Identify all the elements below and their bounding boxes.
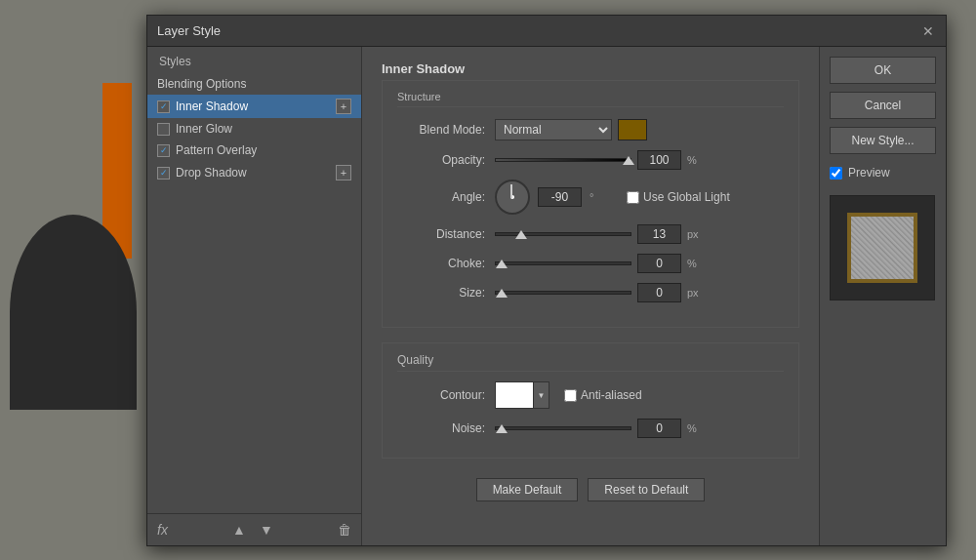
sidebar-item-inner-glow[interactable]: Inner Glow [147, 118, 361, 140]
inner-shadow-add-btn[interactable]: + [336, 99, 351, 114]
use-global-light-checkbox[interactable] [627, 191, 639, 204]
choke-input[interactable]: 0 [637, 254, 681, 273]
color-swatch[interactable] [618, 119, 647, 140]
inner-glow-label: Inner Glow [176, 122, 351, 136]
distance-slider-track[interactable] [495, 227, 631, 241]
angle-dial[interactable] [495, 180, 530, 215]
sidebar-item-inner-shadow[interactable]: Inner Shadow + [147, 95, 361, 118]
ok-button[interactable]: OK [830, 57, 936, 84]
opacity-input[interactable]: 100 [637, 150, 681, 170]
angle-line [510, 184, 512, 198]
panel-footer: fx ▲ ▼ 🗑 [147, 513, 361, 545]
size-input[interactable]: 0 [637, 283, 681, 302]
contour-svg [496, 382, 534, 409]
inner-shadow-label: Inner Shadow [176, 100, 336, 113]
sidebar-item-blending-options[interactable]: Blending Options [147, 73, 361, 95]
move-down-button[interactable]: ▼ [256, 520, 277, 540]
drop-shadow-checkbox[interactable] [157, 167, 170, 180]
blending-options-label: Blending Options [157, 77, 246, 91]
anti-aliased-container: Anti-aliased [564, 388, 642, 402]
panel-items: Blending Options Inner Shadow + Inner Gl… [147, 73, 361, 513]
pattern-overlay-label: Pattern Overlay [176, 143, 351, 157]
noise-unit: % [687, 422, 707, 434]
cancel-button[interactable]: Cancel [830, 92, 936, 119]
choke-slider-bar [495, 261, 631, 265]
anti-aliased-label: Anti-aliased [581, 388, 642, 402]
preview-label: Preview [848, 166, 890, 180]
size-label: Size: [397, 286, 485, 300]
distance-input[interactable]: 13 [637, 224, 681, 244]
new-style-button[interactable]: New Style... [830, 127, 936, 154]
choke-slider-thumb[interactable] [496, 260, 508, 268]
noise-slider-track[interactable] [495, 421, 631, 435]
quality-section: Quality Contour: ▼ Anti-alia [382, 342, 799, 459]
reset-to-default-button[interactable]: Reset to Default [588, 478, 705, 501]
choke-row: Choke: 0 % [397, 254, 784, 273]
dialog-titlebar: Layer Style ✕ [147, 16, 946, 47]
size-slider-track[interactable] [495, 286, 631, 300]
contour-dropdown-arrow[interactable]: ▼ [534, 381, 549, 409]
preview-checkbox[interactable] [830, 167, 842, 180]
opacity-slider-thumb[interactable] [623, 156, 634, 165]
thumb-inner [847, 213, 917, 283]
distance-row: Distance: 13 px [397, 224, 784, 244]
size-slider-bar [495, 291, 631, 295]
sidebar-item-pattern-overlay[interactable]: Pattern Overlay [147, 140, 361, 161]
close-button[interactable]: ✕ [920, 23, 936, 39]
subsection-title: Structure [397, 91, 784, 107]
move-up-button[interactable]: ▲ [228, 520, 250, 540]
contour-preview[interactable] [495, 381, 534, 409]
noise-slider-thumb[interactable] [496, 424, 508, 433]
styles-header: Styles [147, 47, 361, 73]
noise-label: Noise: [397, 421, 485, 435]
choke-slider-container: 0 % [495, 254, 707, 273]
opacity-slider-container: 100 % [495, 150, 707, 170]
bg-dark-shape [10, 215, 137, 410]
bottom-buttons: Make Default Reset to Default [382, 478, 799, 506]
inner-shadow-checkbox[interactable] [157, 100, 170, 113]
distance-slider-bar [495, 232, 631, 236]
blend-mode-label: Blend Mode: [397, 123, 485, 137]
thumb-texture [851, 217, 914, 279]
distance-unit: px [687, 228, 707, 240]
noise-row: Noise: 0 % [397, 419, 784, 438]
opacity-slider-bar [495, 158, 631, 162]
angle-unit: ° [590, 191, 609, 203]
distance-slider-thumb[interactable] [515, 230, 527, 239]
contour-label: Contour: [397, 388, 485, 402]
right-panel: OK Cancel New Style... Preview [819, 47, 946, 545]
use-global-light-container: Use Global Light [627, 190, 730, 204]
structure-box: Structure Blend Mode: Normal Multiply Sc… [382, 80, 799, 328]
left-panel: Styles Blending Options Inner Shadow + I… [147, 47, 362, 545]
angle-input[interactable]: -90 [538, 187, 582, 207]
use-global-light-label: Use Global Light [643, 190, 730, 204]
inner-glow-checkbox[interactable] [157, 123, 170, 136]
opacity-row: Opacity: 100 % [397, 150, 784, 170]
main-content: Inner Shadow Structure Blend Mode: Norma… [362, 47, 819, 545]
size-slider-thumb[interactable] [496, 289, 508, 298]
choke-slider-track[interactable] [495, 257, 631, 270]
distance-slider-container: 13 px [495, 224, 707, 244]
drop-shadow-add-btn[interactable]: + [336, 165, 351, 180]
blend-mode-select[interactable]: Normal Multiply Screen Overlay [495, 119, 612, 140]
sidebar-item-drop-shadow[interactable]: Drop Shadow + [147, 161, 361, 184]
angle-row: Angle: -90 ° Use Global Light [397, 180, 784, 215]
distance-label: Distance: [397, 227, 485, 241]
delete-button[interactable]: 🗑 [338, 522, 351, 538]
anti-aliased-checkbox[interactable] [564, 389, 577, 402]
pattern-overlay-checkbox[interactable] [157, 144, 170, 157]
preview-container: Preview [830, 166, 936, 180]
contour-dropdown: ▼ [495, 381, 549, 409]
opacity-unit: % [687, 154, 707, 166]
svg-marker-0 [496, 382, 534, 409]
preview-thumbnail [830, 195, 935, 300]
section-title: Inner Shadow [382, 61, 799, 76]
choke-label: Choke: [397, 257, 485, 270]
blend-mode-row: Blend Mode: Normal Multiply Screen Overl… [397, 119, 784, 140]
noise-input[interactable]: 0 [637, 419, 681, 438]
opacity-slider-track[interactable] [495, 153, 631, 167]
angle-label: Angle: [397, 190, 485, 204]
contour-row: Contour: ▼ Anti-aliased [397, 381, 784, 409]
noise-slider-container: 0 % [495, 419, 707, 438]
make-default-button[interactable]: Make Default [476, 478, 579, 501]
